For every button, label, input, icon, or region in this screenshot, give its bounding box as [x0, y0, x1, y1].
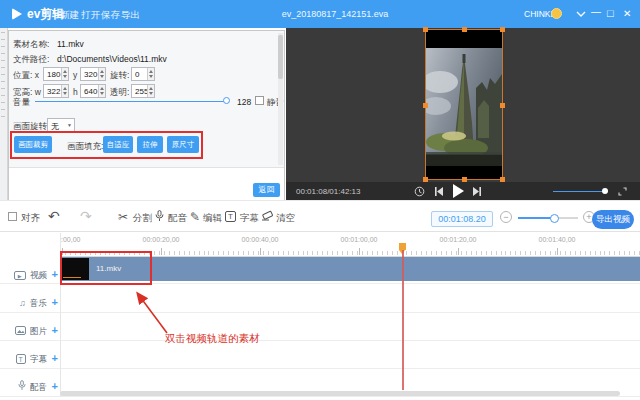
volume-slider-knob[interactable]: [223, 97, 230, 104]
mute-checkbox[interactable]: [255, 96, 264, 105]
previous-frame-button[interactable]: [434, 186, 444, 197]
transform-handle[interactable]: [500, 27, 505, 32]
microphone-icon[interactable]: [155, 210, 164, 222]
redo-icon[interactable]: ↷: [80, 208, 92, 224]
track-divider: [0, 312, 640, 313]
transform-handle[interactable]: [462, 27, 467, 32]
add-picture-button[interactable]: +: [52, 324, 58, 336]
align-checkbox[interactable]: [8, 212, 17, 221]
menu-item-export[interactable]: 导出: [121, 9, 140, 22]
volume-label: 音量: [13, 97, 30, 109]
subtitle-t-icon[interactable]: T: [225, 211, 236, 222]
microphone-icon: [18, 380, 26, 391]
jump-to-time-icon[interactable]: [414, 186, 425, 197]
eraser-icon[interactable]: [261, 210, 273, 221]
track-label: 音乐: [30, 298, 47, 308]
annotation-arrow: [126, 286, 174, 336]
clear-button[interactable]: 清空: [276, 212, 295, 225]
spinner-icon[interactable]: [61, 85, 68, 97]
fill-original-button[interactable]: 原尺寸: [167, 136, 199, 153]
preview-timecode: 00:01:08/01:42:13: [296, 187, 361, 196]
volume-slider[interactable]: [35, 101, 227, 102]
rotation-label: 旋转:: [110, 70, 129, 82]
screen-rotate-select[interactable]: 无 ▼: [47, 118, 75, 132]
material-name-value: 11.mkv: [57, 39, 84, 49]
track-label: 图片: [30, 326, 47, 336]
play-button[interactable]: [452, 184, 464, 198]
split-button[interactable]: 分割: [133, 212, 152, 225]
position-label: 位置: x: [13, 70, 39, 82]
spinner-icon[interactable]: [98, 68, 105, 80]
spinner-icon[interactable]: [98, 85, 105, 97]
rotation-input[interactable]: 0: [131, 67, 155, 81]
preview-volume-slider[interactable]: [553, 191, 608, 192]
transform-handle[interactable]: [423, 27, 428, 32]
alpha-input[interactable]: 255: [131, 84, 155, 98]
transform-handle[interactable]: [423, 103, 428, 108]
scissors-icon[interactable]: ✂: [118, 210, 128, 224]
track-header-music: ♫ 音乐 +: [0, 292, 58, 310]
preview-volume-knob[interactable]: [602, 188, 608, 194]
fill-stretch-button[interactable]: 拉伸: [137, 136, 163, 153]
skin-icon[interactable]: [576, 10, 586, 18]
height-input[interactable]: 640: [80, 84, 106, 98]
panel-scrollbar-thumb[interactable]: [278, 35, 283, 79]
export-video-button[interactable]: 导出视频: [592, 210, 634, 229]
next-frame-button[interactable]: [472, 186, 482, 197]
spinner-icon[interactable]: [61, 68, 68, 80]
add-dub-button[interactable]: +: [52, 380, 58, 392]
width-input[interactable]: 322: [43, 84, 69, 98]
align-label: 对齐: [21, 212, 40, 225]
position-y-value: 320: [84, 70, 97, 79]
spinner-icon[interactable]: [147, 68, 154, 80]
current-time-display: 00:01:08.20: [431, 211, 493, 227]
preview-video-frame[interactable]: [425, 29, 503, 180]
video-content-image: [426, 48, 502, 166]
track-header-video: ▶ 视频 +: [0, 264, 58, 282]
strip-ticks: [1, 32, 5, 122]
height-value: 640: [84, 87, 97, 96]
transform-handle[interactable]: [500, 103, 505, 108]
panel-scrollbar[interactable]: [278, 33, 283, 165]
pencil-icon[interactable]: ✎: [190, 210, 200, 224]
fill-fit-button[interactable]: 自适应: [103, 136, 133, 153]
subtitle-button[interactable]: 字幕: [240, 212, 259, 225]
crop-button[interactable]: 画面裁剪: [14, 136, 52, 153]
menu-item-open[interactable]: 打开: [81, 9, 100, 22]
left-edge-strip: [0, 28, 8, 200]
close-button[interactable]: ✕: [623, 8, 631, 19]
dub-button[interactable]: 配音: [168, 212, 187, 225]
add-video-button[interactable]: +: [52, 268, 58, 280]
timeline-scrollbar[interactable]: [60, 391, 620, 396]
back-button[interactable]: 返回: [253, 183, 280, 197]
undo-icon[interactable]: ↶: [48, 208, 60, 224]
fill-mode-label: 画面填充:: [67, 141, 103, 153]
edit-button[interactable]: 编辑: [203, 212, 222, 225]
zoom-slider-knob[interactable]: [550, 214, 559, 223]
maximize-button[interactable]: □: [607, 7, 614, 19]
width-value: 322: [47, 87, 60, 96]
annotation-text: 双击视频轨道的素材: [165, 332, 260, 346]
ruler-label: 00:01:40,00: [539, 236, 576, 243]
playhead-marker[interactable]: [399, 243, 406, 250]
avatar[interactable]: [551, 8, 562, 19]
menu-item-save[interactable]: 保存: [101, 9, 120, 22]
ruler-label: 00:00:20,00: [143, 236, 180, 243]
spinner-icon[interactable]: [147, 85, 154, 97]
position-x-input[interactable]: 180: [43, 67, 69, 81]
zoom-out-button[interactable]: −: [500, 211, 512, 223]
ruler-major-tick: [161, 248, 162, 255]
alpha-label: 透明:: [110, 87, 129, 99]
position-x-value: 180: [47, 70, 60, 79]
position-y-input[interactable]: 320: [80, 67, 106, 81]
add-music-button[interactable]: +: [52, 296, 58, 308]
document-title: ev_20180817_142151.eva: [250, 9, 420, 19]
material-name-label: 素材名称:: [13, 39, 49, 51]
zoom-slider[interactable]: [518, 217, 578, 219]
fullscreen-icon[interactable]: [618, 187, 627, 196]
add-subtitle-button[interactable]: +: [52, 352, 58, 364]
subtitle-track-icon: T: [16, 354, 26, 364]
minimize-button[interactable]: —: [591, 6, 601, 17]
playhead-line: [402, 250, 404, 390]
menu-item-new[interactable]: 新建: [60, 9, 79, 22]
